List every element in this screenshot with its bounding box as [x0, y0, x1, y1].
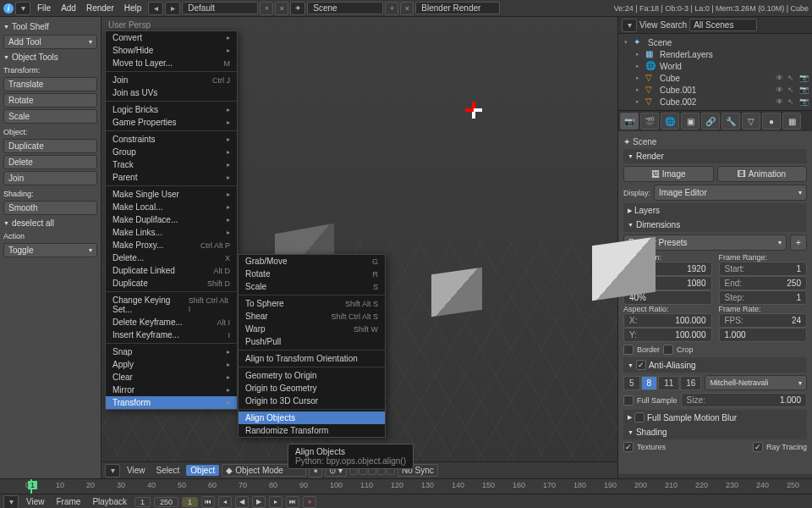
toggle-dropdown[interactable]: Toggle — [3, 243, 97, 257]
motion-blur-header[interactable]: Full Sample Motion Blur — [623, 410, 807, 425]
render-restrict-icon[interactable]: 📷 — [799, 74, 809, 82]
start-frame-field[interactable]: Start:1 — [719, 262, 808, 276]
menu-item-constraints[interactable]: Constraints — [106, 133, 237, 146]
eye-restrict-icon[interactable]: 👁 — [776, 97, 786, 106]
timeline-ruler[interactable]: 0102030405060708090100110120130140150160… — [0, 479, 812, 494]
keyframe-next-icon[interactable]: ▸ — [269, 496, 283, 508]
menu-item-make-local-[interactable]: Make Local... — [106, 201, 237, 213]
aa-sample-11[interactable]: 11 — [658, 376, 679, 390]
current-frame[interactable]: 1 — [182, 497, 198, 507]
add-tool-dropdown[interactable]: Add Tool — [3, 35, 97, 49]
deselect-header[interactable]: deselect all — [3, 217, 97, 229]
join-button[interactable]: Join — [3, 171, 97, 185]
aspect-x-field[interactable]: X:100.000 — [623, 313, 712, 328]
tree-toggle-icon[interactable]: ▸ — [636, 86, 643, 93]
material-tab-icon[interactable]: ● — [762, 113, 781, 130]
menu-item-show-hide[interactable]: Show/Hide — [106, 44, 237, 57]
object-tab-icon[interactable]: ▣ — [681, 113, 700, 130]
timeline-editor-icon[interactable]: ▾ — [3, 495, 19, 509]
render-engine-dropdown[interactable]: Blender Render — [415, 2, 500, 14]
texture-tab-icon[interactable]: ▦ — [782, 113, 801, 130]
menu-item-delete-keyframe-[interactable]: Delete Keyframe...Alt I — [106, 316, 237, 329]
cube-object[interactable] — [592, 237, 656, 301]
shading-section-header[interactable]: Shading — [623, 425, 807, 439]
menu-item-origin-to-d-cursor[interactable]: Origin to 3D Cursor — [239, 395, 385, 407]
menu-item-shear[interactable]: ShearShift Ctrl Alt S — [239, 310, 385, 323]
screen-layout-field[interactable]: Default — [182, 2, 258, 14]
menu-item-move-to-layer-[interactable]: Move to Layer...M — [106, 57, 237, 69]
menu-item-convert[interactable]: Convert — [106, 31, 237, 44]
menu-item-duplicate[interactable]: DuplicateShift D — [106, 277, 237, 290]
cursor-restrict-icon[interactable]: ↖ — [787, 74, 798, 82]
cursor-restrict-icon[interactable]: ↖ — [787, 97, 798, 106]
menu-item-to-sphere[interactable]: To SphereShift Alt S — [239, 297, 385, 310]
delete-scene-icon[interactable]: × — [400, 2, 414, 15]
constraints-tab-icon[interactable]: 🔗 — [701, 113, 720, 130]
menu-item-warp[interactable]: WarpShift W — [239, 323, 385, 335]
menu-item-change-keying-set-[interactable]: Change Keying Set...Shift Ctrl Alt I — [106, 294, 237, 316]
fps-field[interactable]: FPS:24 — [719, 313, 808, 328]
rotate-button[interactable]: Rotate — [3, 93, 97, 108]
play-icon[interactable]: ▶ — [252, 496, 266, 508]
aa-sample-8[interactable]: 8 — [641, 376, 658, 390]
render-animation-button[interactable]: 🎞 Animation — [717, 166, 808, 182]
motion-blur-checkbox[interactable] — [634, 412, 645, 422]
tree-toggle-icon[interactable]: ▸ — [636, 51, 643, 58]
jump-end-icon[interactable]: ⏭ — [286, 496, 299, 508]
view-menu[interactable]: View — [123, 465, 150, 476]
menu-item-align-to-transform-orientation[interactable]: Align to Transform Orientation — [239, 352, 385, 365]
menu-item-clear[interactable]: Clear — [106, 371, 237, 384]
start-frame[interactable]: 1 — [134, 497, 151, 507]
crop-checkbox[interactable] — [663, 345, 673, 355]
editor-type-dropdown-icon[interactable]: ▾ — [15, 2, 30, 15]
tl-view-menu[interactable]: View — [22, 496, 49, 507]
help-menu[interactable]: Help — [119, 2, 147, 14]
textures-checkbox[interactable] — [623, 442, 634, 452]
menu-item-game-properties[interactable]: Game Properties — [106, 116, 237, 129]
editor-type-icon[interactable]: ▾ — [105, 464, 120, 478]
menu-item-join[interactable]: JoinCtrl J — [106, 74, 237, 86]
info-icon[interactable]: i — [3, 3, 14, 14]
aa-sample-5[interactable]: 5 — [623, 376, 640, 390]
menu-item-snap[interactable]: Snap — [106, 345, 237, 358]
translate-button[interactable]: Translate — [3, 77, 97, 91]
smooth-button[interactable]: Smooth — [3, 201, 97, 215]
menu-item-make-dupliface-[interactable]: Make Dupliface... — [106, 213, 237, 226]
aa-section-header[interactable]: Anti-Aliasing — [623, 357, 807, 373]
aa-filter-dropdown[interactable]: Mitchell-Netravali — [705, 375, 807, 390]
object-menu[interactable]: Object — [186, 465, 219, 476]
full-sample-checkbox[interactable] — [623, 395, 634, 406]
world-tab-icon[interactable]: 🌐 — [661, 113, 679, 130]
scene-tab-icon[interactable]: 🎬 — [640, 113, 659, 130]
delete-button[interactable]: Delete — [3, 155, 97, 169]
end-frame[interactable]: 250 — [154, 497, 178, 507]
menu-item-duplicate-linked[interactable]: Duplicate LinkedAlt D — [106, 264, 237, 277]
object-tools-header[interactable]: Object Tools — [3, 51, 97, 64]
data-tab-icon[interactable]: ▽ — [742, 113, 760, 130]
tool-shelf-header[interactable]: Tool Shelf — [3, 20, 97, 33]
aspect-y-field[interactable]: Y:100.000 — [623, 328, 712, 342]
tl-frame-menu[interactable]: Frame — [52, 496, 85, 507]
file-menu[interactable]: File — [32, 2, 56, 14]
render-menu[interactable]: Render — [81, 2, 119, 14]
end-frame-field[interactable]: End:250 — [719, 276, 808, 290]
menu-item-origin-to-geometry[interactable]: Origin to Geometry — [239, 382, 385, 395]
aa-sample-16[interactable]: 16 — [680, 376, 701, 390]
menu-item-track[interactable]: Track — [106, 158, 237, 171]
eye-restrict-icon[interactable]: 👁 — [776, 86, 786, 94]
outliner-search-menu[interactable]: Search — [661, 20, 688, 30]
scale-button[interactable]: Scale — [3, 109, 97, 124]
tree-toggle-icon[interactable]: ▾ — [624, 39, 631, 46]
menu-item-rotate[interactable]: RotateR — [239, 268, 385, 280]
display-dropdown[interactable]: Image Editor — [654, 185, 807, 201]
outliner-view-menu[interactable]: View — [639, 20, 658, 30]
menu-item-make-proxy-[interactable]: Make Proxy...Ctrl Alt P — [106, 239, 237, 251]
menu-item-join-as-uvs[interactable]: Join as UVs — [106, 86, 237, 99]
modifiers-tab-icon[interactable]: 🔧 — [721, 113, 740, 130]
menu-item-group[interactable]: Group — [106, 146, 237, 158]
render-section-header[interactable]: Render — [623, 149, 807, 163]
menu-item-scale[interactable]: ScaleS — [239, 280, 385, 293]
menu-item-mirror[interactable]: Mirror — [106, 384, 237, 396]
forward-icon[interactable]: ▸ — [165, 2, 180, 15]
keyframe-prev-icon[interactable]: ◂ — [218, 496, 232, 508]
